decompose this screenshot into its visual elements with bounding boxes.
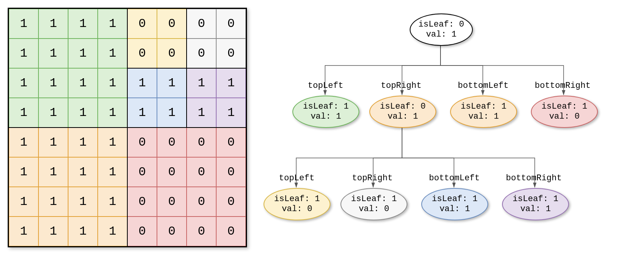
grid-cell: 1	[9, 9, 38, 39]
grid-cell: 0	[216, 187, 246, 217]
grid-cell: 0	[187, 128, 216, 157]
grid-cell: 0	[187, 39, 216, 68]
grid-divider-horizontal	[9, 127, 246, 128]
grid-cell: 1	[216, 98, 246, 128]
node-isleaf: isLeaf: 1	[432, 194, 478, 204]
grid-cell: 0	[187, 217, 216, 246]
grid-cell: 0	[216, 157, 246, 187]
node-isleaf: isLeaf: 1	[542, 102, 587, 112]
grid-cell: 1	[157, 68, 187, 98]
edge-label-topright-l1: topRight	[381, 81, 422, 91]
grid-cell: 0	[127, 39, 157, 68]
edge-label-topleft-l1: topLeft	[308, 81, 343, 91]
grid-cell: 1	[38, 128, 68, 157]
grid-cell: 1	[127, 68, 157, 98]
grid-cell: 1	[68, 39, 98, 68]
grid-cell: 0	[187, 157, 216, 187]
grid-cell: 1	[38, 157, 68, 187]
quadtree-diagram: isLeaf: 0 val: 1 topLeft topRight bottom…	[258, 0, 644, 272]
grid-cell: 1	[98, 128, 127, 157]
grid-cell: 0	[216, 9, 246, 39]
tree-node-l2-bottomleft: isLeaf: 1 val: 1	[421, 188, 488, 220]
grid-cell: 1	[187, 68, 216, 98]
tree-node-l1-topleft: isLeaf: 1 val: 1	[292, 96, 359, 128]
grid-cell: 0	[127, 128, 157, 157]
grid-cell: 0	[157, 9, 187, 39]
node-isleaf: isLeaf: 1	[303, 102, 349, 112]
edge-label-bottomright-l1: bottomRight	[535, 81, 591, 91]
grid-cell: 1	[98, 157, 127, 187]
grid-cell: 1	[127, 98, 157, 128]
grid-cell: 0	[157, 157, 187, 187]
grid-cell: 1	[38, 217, 68, 246]
grid-cell: 0	[216, 39, 246, 68]
grid-cell: 0	[127, 9, 157, 39]
grid-cell: 0	[157, 39, 187, 68]
tree-node-l2-topright: isLeaf: 1 val: 0	[340, 188, 407, 220]
node-val: val: 0	[549, 112, 579, 122]
edge-label-topright-l2: topRight	[352, 173, 393, 183]
grid-cell: 1	[157, 98, 187, 128]
tree-node-l1-bottomleft: isLeaf: 1 val: 1	[450, 96, 517, 128]
grid-cell: 1	[38, 187, 68, 217]
grid-cell: 1	[68, 98, 98, 128]
edge-label-topleft-l2: topLeft	[279, 173, 314, 183]
node-val: val: 1	[468, 112, 499, 122]
grid-cell: 0	[127, 187, 157, 217]
node-isleaf: isLeaf: 1	[513, 194, 559, 204]
node-val: val: 0	[359, 204, 389, 214]
node-val: val: 1	[520, 204, 551, 214]
node-isleaf: isLeaf: 0	[419, 20, 464, 30]
grid-cell: 1	[68, 9, 98, 39]
grid-cell: 1	[38, 9, 68, 39]
grid-cell: 0	[216, 128, 246, 157]
edge-label-bottomleft-l1: bottomLeft	[458, 81, 509, 91]
grid-cell: 1	[68, 217, 98, 246]
tree-node-l2-bottomright: isLeaf: 1 val: 1	[502, 188, 569, 220]
grid-cell: 1	[98, 217, 127, 246]
node-val: val: 1	[387, 112, 418, 122]
grid-cell: 1	[9, 157, 38, 187]
grid-cell: 1	[187, 98, 216, 128]
grid-cell: 1	[9, 39, 38, 68]
grid-cell: 1	[98, 39, 127, 68]
grid-cell: 1	[98, 68, 127, 98]
grid-cell: 1	[9, 187, 38, 217]
grid-cell: 1	[38, 98, 68, 128]
edge-label-bottomleft-l2: bottomLeft	[429, 173, 480, 183]
node-isleaf: isLeaf: 1	[461, 102, 507, 112]
grid-cell: 0	[127, 217, 157, 246]
grid-cell: 1	[98, 187, 127, 217]
grid-cell: 1	[68, 128, 98, 157]
grid-8x8: 0000111100001111000011110000111111111111…	[8, 8, 247, 247]
grid-cell: 0	[187, 187, 216, 217]
grid-cell: 0	[157, 217, 187, 246]
grid-cell: 0	[127, 157, 157, 187]
tree-node-root: isLeaf: 0 val: 1	[410, 13, 473, 46]
grid-tr-subdivider-horizontal	[127, 68, 246, 69]
node-val: val: 1	[310, 112, 341, 122]
node-isleaf: isLeaf: 1	[351, 194, 397, 204]
tree-node-l1-bottomright: isLeaf: 1 val: 0	[531, 96, 598, 128]
grid-cell: 1	[98, 9, 127, 39]
tree-node-l2-topleft: isLeaf: 1 val: 0	[264, 188, 330, 220]
grid-cell: 1	[38, 39, 68, 68]
grid-cell: 1	[9, 68, 38, 98]
grid-cell: 1	[9, 98, 38, 128]
grid-cell: 1	[68, 187, 98, 217]
grid-cell: 1	[38, 68, 68, 98]
node-isleaf: isLeaf: 0	[380, 102, 426, 112]
node-val: val: 1	[439, 204, 470, 214]
node-isleaf: isLeaf: 1	[274, 194, 320, 204]
grid-cell: 0	[157, 187, 187, 217]
node-val: val: 1	[426, 30, 456, 40]
grid-cell: 0	[216, 217, 246, 246]
edge-label-bottomright-l2: bottomRight	[506, 173, 562, 183]
grid-cell: 1	[216, 68, 246, 98]
grid-cell: 0	[157, 128, 187, 157]
tree-node-l1-topright: isLeaf: 0 val: 1	[369, 96, 436, 128]
grid-cell: 1	[9, 217, 38, 246]
grid-cell: 1	[98, 98, 127, 128]
node-val: val: 0	[282, 204, 312, 214]
grid-cell: 0	[187, 9, 216, 39]
